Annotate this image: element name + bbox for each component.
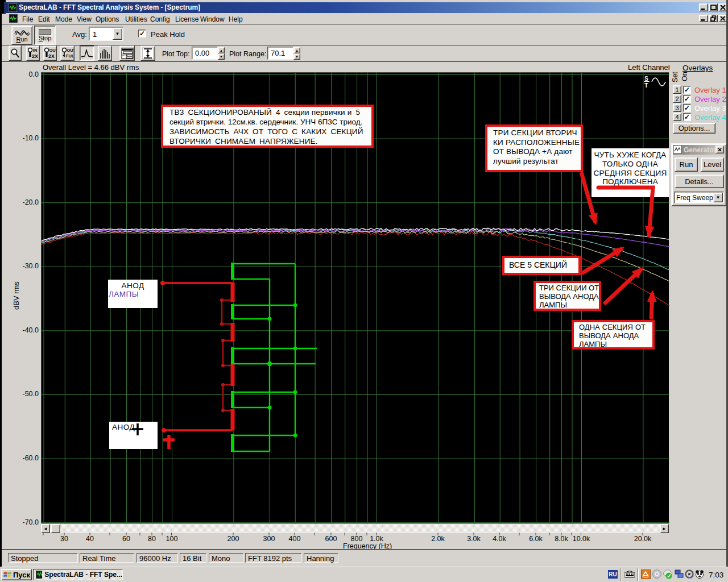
svg-text:IN: IN [33, 48, 38, 53]
svg-text:2X: 2X [32, 53, 38, 59]
svg-text:S: S [644, 75, 648, 82]
svg-text:SPC: SPC [122, 53, 128, 56]
svg-text:T: T [644, 82, 648, 89]
svg-text:OUT: OUT [49, 48, 57, 53]
svg-text:FULL: FULL [66, 53, 74, 59]
svg-text:2X: 2X [48, 53, 55, 59]
svg-text:OUT: OUT [67, 48, 74, 53]
